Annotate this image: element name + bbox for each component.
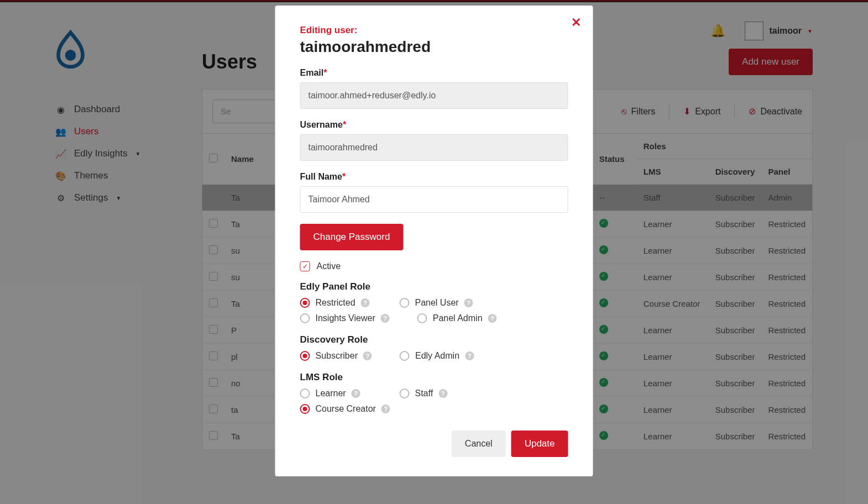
radio-icon bbox=[400, 298, 410, 308]
lms-role-radio-course-creator[interactable]: Course Creator ? bbox=[300, 404, 390, 414]
lms-role-radio-learner[interactable]: Learner ? bbox=[300, 389, 372, 398]
radio-label: Panel User bbox=[415, 298, 459, 308]
panel-role-radio-restricted[interactable]: Restricted ? bbox=[300, 298, 372, 308]
cancel-button[interactable]: Cancel bbox=[452, 431, 506, 457]
modal-title: taimoorahmedred bbox=[300, 38, 568, 56]
radio-label: Course Creator bbox=[316, 404, 376, 414]
radio-icon bbox=[400, 351, 410, 361]
radio-icon bbox=[300, 351, 310, 361]
discovery-role-radio-subscriber[interactable]: Subscriber ? bbox=[300, 351, 372, 361]
update-button[interactable]: Update bbox=[511, 431, 568, 457]
help-icon[interactable]: ? bbox=[464, 298, 473, 307]
username-field[interactable] bbox=[300, 134, 568, 161]
radio-label: Edly Admin bbox=[415, 351, 459, 361]
email-label: Email* bbox=[300, 68, 568, 78]
panel-role-radio-panel-admin[interactable]: Panel Admin ? bbox=[417, 313, 497, 323]
active-checkbox[interactable]: ✓ bbox=[300, 261, 310, 271]
username-label: Username* bbox=[300, 120, 568, 130]
radio-label: Staff bbox=[415, 389, 433, 398]
lms-role-section: LMS Role bbox=[300, 372, 568, 383]
modal-subtitle: Editing user: bbox=[300, 25, 568, 36]
help-icon[interactable]: ? bbox=[352, 389, 360, 398]
radio-icon bbox=[300, 313, 310, 323]
radio-label: Subscriber bbox=[316, 351, 358, 361]
edit-user-modal: ✕ Editing user: taimoorahmedred Email* U… bbox=[275, 6, 593, 476]
active-label: Active bbox=[317, 261, 341, 271]
radio-icon bbox=[400, 389, 410, 398]
help-icon[interactable]: ? bbox=[381, 405, 390, 413]
radio-label: Learner bbox=[316, 389, 346, 398]
help-icon[interactable]: ? bbox=[488, 314, 497, 323]
radio-icon bbox=[417, 313, 427, 323]
panel-role-section: Edly Panel Role bbox=[300, 281, 568, 292]
email-field[interactable] bbox=[300, 82, 568, 109]
radio-label: Restricted bbox=[316, 298, 355, 308]
panel-role-radio-panel-user[interactable]: Panel User ? bbox=[400, 298, 473, 308]
radio-label: Panel Admin bbox=[433, 313, 483, 323]
lms-role-radio-staff[interactable]: Staff ? bbox=[400, 389, 472, 398]
radio-icon bbox=[300, 298, 310, 308]
fullname-label: Full Name* bbox=[300, 172, 568, 182]
discovery-role-radio-edly-admin[interactable]: Edly Admin ? bbox=[400, 351, 474, 361]
help-icon[interactable]: ? bbox=[363, 351, 372, 360]
help-icon[interactable]: ? bbox=[381, 314, 390, 323]
radio-icon bbox=[300, 404, 310, 414]
close-icon[interactable]: ✕ bbox=[571, 15, 581, 30]
discovery-role-section: Discovery Role bbox=[300, 334, 568, 345]
help-icon[interactable]: ? bbox=[438, 389, 447, 398]
change-password-button[interactable]: Change Password bbox=[300, 224, 404, 250]
help-icon[interactable]: ? bbox=[465, 351, 474, 360]
fullname-field[interactable] bbox=[300, 186, 568, 213]
panel-role-radio-insights-viewer[interactable]: Insights Viewer ? bbox=[300, 313, 390, 323]
radio-icon bbox=[300, 389, 310, 398]
radio-label: Insights Viewer bbox=[316, 313, 375, 323]
help-icon[interactable]: ? bbox=[361, 298, 370, 307]
